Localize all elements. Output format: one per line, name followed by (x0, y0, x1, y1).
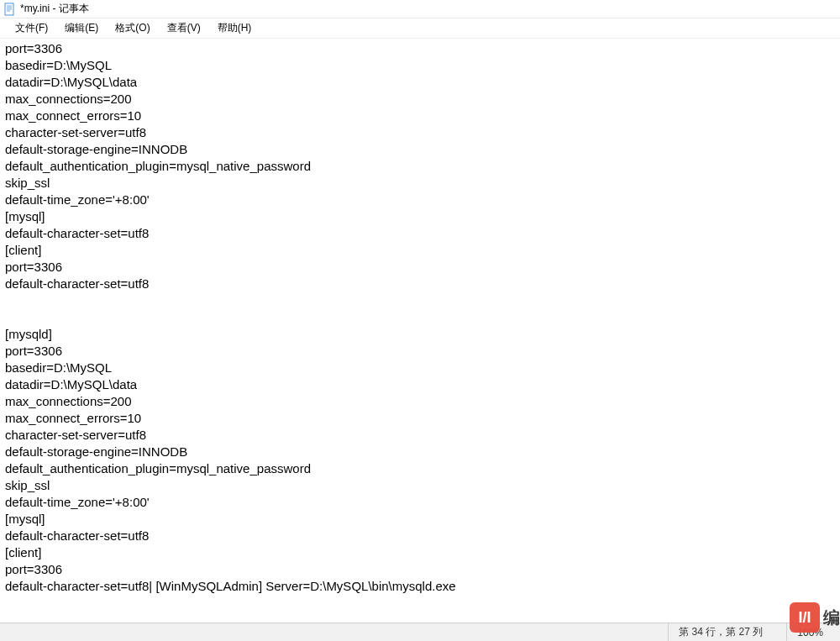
menu-view[interactable]: 查看(V) (159, 18, 209, 39)
menu-format[interactable]: 格式(O) (107, 18, 158, 39)
window-title: *my.ini - 记事本 (20, 2, 89, 16)
titlebar: *my.ini - 记事本 (0, 0, 840, 18)
text-editor-content[interactable]: port=3306 basedir=D:\MySQL datadir=D:\My… (0, 39, 840, 621)
watermark: I/I 编 (790, 602, 840, 633)
cursor-position: 第 34 行，第 27 列 (668, 623, 773, 641)
watermark-logo-icon: I/I (790, 602, 820, 633)
statusbar: 第 34 行，第 27 列 100% (0, 623, 840, 641)
notepad-icon (3, 3, 17, 16)
watermark-brand: 编 (823, 607, 840, 629)
menu-edit[interactable]: 编辑(E) (56, 18, 107, 39)
menubar: 文件(F) 编辑(E) 格式(O) 查看(V) 帮助(H) (0, 18, 840, 39)
menu-file[interactable]: 文件(F) (7, 18, 56, 39)
menu-help[interactable]: 帮助(H) (209, 18, 260, 39)
